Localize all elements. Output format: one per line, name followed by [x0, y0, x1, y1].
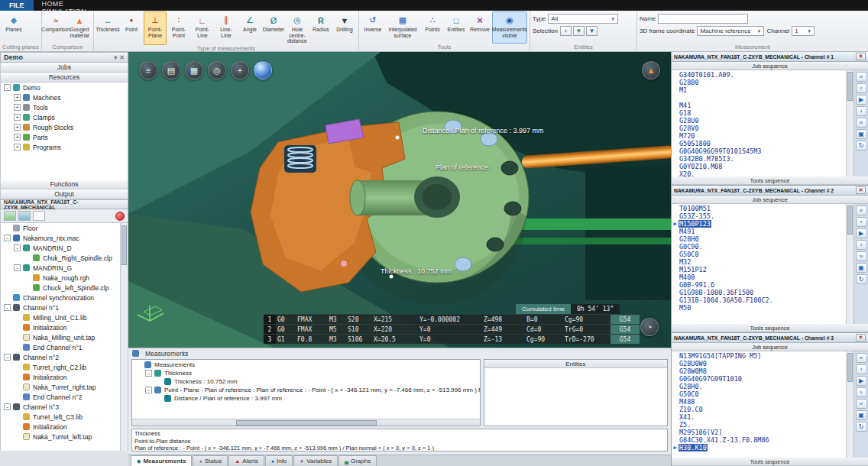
tab-measurements[interactable]: ◆ Measurements — [131, 455, 192, 466]
drilling-button[interactable]: Drilling — [333, 11, 356, 45]
tools-sequence-bar[interactable]: Tools sequence — [672, 176, 868, 185]
viewport-3d-ball-icon[interactable] — [254, 61, 272, 79]
gcode-line[interactable]: X20. — [672, 170, 846, 176]
machine-tree-scrollbar[interactable] — [120, 223, 128, 451]
tools-sequence-bar[interactable]: Tools sequence — [672, 458, 868, 466]
gcode-line[interactable]: G28W0M8 — [672, 367, 846, 375]
fast-forward-button[interactable]: » — [856, 251, 867, 261]
expander-icon[interactable]: + — [14, 134, 21, 141]
gcode-scrollbar[interactable] — [846, 351, 853, 458]
goto-line-button[interactable]: ▣ — [856, 129, 867, 139]
tree-item[interactable]: Initialization — [1, 322, 128, 332]
gcode-line[interactable]: M151P12 — [672, 266, 846, 273]
expander-icon[interactable]: - — [145, 370, 152, 377]
gcode-line[interactable]: M1 — [672, 86, 846, 94]
measurement-item[interactable]: Measurements — [132, 361, 480, 369]
planes-button[interactable]: Planes — [2, 11, 25, 44]
points-button[interactable]: Points — [421, 11, 444, 44]
close-icon[interactable]: ✕ — [856, 186, 866, 194]
gcode-line[interactable]: G131B-1004.36A50.F100C2. — [672, 296, 846, 304]
gcode-line[interactable]: G0Y0Z10.M08 — [672, 163, 846, 170]
gcode-line[interactable]: G28H0 — [672, 235, 846, 243]
tree-item[interactable]: Turret_left_C3.lib — [1, 412, 128, 422]
gcode-line[interactable]: X41. — [672, 413, 846, 421]
filter-entities-button[interactable]: ▼ — [573, 26, 585, 36]
gcode-line[interactable]: G340T0101.A09. — [672, 71, 846, 79]
tree-item[interactable]: Milling_Unit_C1.lib — [1, 312, 128, 322]
expander-icon[interactable]: + — [14, 144, 21, 150]
tree-item-programs[interactable]: + Programs — [1, 142, 128, 152]
gcode-line[interactable]: G1G98B-1000.36F1500 — [672, 289, 846, 296]
gcode-line[interactable]: G18 — [672, 109, 846, 117]
reset-button[interactable]: ↻ — [856, 274, 867, 284]
viewport-assistant-icon[interactable]: ◔ — [640, 318, 659, 336]
gcode-line[interactable]: G0G40G97G99T1010 — [672, 375, 846, 383]
entities-button[interactable]: Entities — [445, 11, 468, 44]
tree-item[interactable]: Floor — [1, 223, 128, 233]
tree-item[interactable]: Naka_Turret_right.tap — [1, 382, 128, 392]
comparison-button[interactable]: Comparison — [44, 11, 67, 44]
tree-item[interactable]: - MANDRIN_G — [1, 263, 128, 273]
part-display-icon[interactable] — [4, 211, 16, 221]
rewind-button[interactable]: « — [856, 353, 867, 363]
step-back-button[interactable]: ‹ — [856, 217, 867, 227]
gcode-line[interactable]: G50C0 — [672, 251, 846, 258]
resources-section-bar[interactable]: Resources — [0, 73, 128, 83]
diameter-button[interactable]: Diameter — [262, 11, 285, 45]
gcode-line[interactable]: G342B0.M785I3. — [672, 155, 846, 163]
hole-centre-distance-button[interactable]: Hole centre-distance — [286, 11, 309, 45]
fast-forward-button[interactable]: » — [856, 118, 867, 128]
tree-item[interactable]: Initialization — [1, 422, 128, 432]
expander-icon[interactable]: - — [4, 235, 11, 241]
pin-icon[interactable]: ▾ — [114, 54, 117, 61]
step-back-button[interactable]: ‹ — [856, 83, 867, 93]
tree-item[interactable]: - Nakamura_ntx.mac — [1, 233, 128, 243]
tree-item[interactable]: Naka_Turret_left.tap — [1, 432, 128, 442]
remove-button[interactable]: Remove — [468, 11, 491, 44]
tree-item-clamps[interactable]: + Clamps — [1, 112, 128, 122]
line-line-button[interactable]: Line-Line — [215, 11, 238, 45]
expander-icon[interactable]: - — [14, 264, 21, 271]
gcode-line[interactable]: G0C90. — [672, 243, 846, 251]
gcode-line[interactable]: M150P123 — [672, 220, 846, 228]
viewport-measure-icon[interactable]: + — [231, 61, 249, 79]
gcode-line[interactable]: M720 — [672, 132, 846, 140]
gcode-line[interactable]: T0100M51 — [672, 205, 846, 212]
viewport-menu-icon[interactable]: ≡ — [139, 61, 157, 79]
gcode-line[interactable] — [672, 94, 846, 102]
gcode-line[interactable]: M41 — [672, 102, 846, 109]
gcode-line[interactable]: G28V0 — [672, 125, 846, 132]
expander-icon[interactable]: - — [4, 304, 11, 311]
radius-button[interactable]: Radius — [309, 11, 332, 45]
point-point-button[interactable]: Point-Point — [167, 11, 190, 45]
close-icon[interactable]: ✕ — [856, 334, 866, 341]
expander-icon[interactable]: + — [14, 124, 21, 131]
goto-line-button[interactable]: ▣ — [856, 410, 867, 420]
gcode-line[interactable]: Z5. — [672, 421, 846, 429]
tree-item-tools[interactable]: + Tools — [1, 102, 128, 112]
reset-button[interactable]: ↻ — [856, 422, 867, 432]
gcode-line[interactable]: H30.K10 — [672, 444, 846, 451]
measurement-item[interactable]: Distance / Plan of reference : 3.997 mm — [132, 394, 480, 403]
tree-item-demo[interactable]: - Demo — [1, 83, 128, 92]
angle-button[interactable]: Angle — [238, 11, 261, 45]
gcode-line[interactable]: Z10.C0 — [672, 406, 846, 413]
gcode-line[interactable]: G84C30.X41.Z-13.F0.8M86 — [672, 436, 846, 444]
gcode-line[interactable]: M491 — [672, 228, 846, 235]
close-icon[interactable]: ✕ — [856, 53, 866, 60]
measurement-name-input[interactable] — [658, 14, 748, 24]
add-selection-button[interactable]: + — [560, 26, 572, 36]
tree-item[interactable]: Naka_rough.rgh — [1, 273, 128, 283]
gouged-material-button[interactable]: Gouged material — [68, 11, 91, 44]
tree-item[interactable]: Turret_right_C2.lib — [1, 362, 128, 372]
tab-graphs[interactable]: ▄ Graphs — [338, 455, 377, 466]
tree-item[interactable]: Chuk_Right_Spindle.clp — [1, 253, 128, 263]
tree-item[interactable]: - Channel n°2 — [1, 352, 128, 362]
measurement-item[interactable]: - Point - Plane - Plan of reference : Pl… — [132, 386, 480, 394]
gcode-line[interactable]: G28U0W0 — [672, 360, 846, 367]
play-button[interactable]: ▶ — [856, 376, 867, 386]
job-sequence-bar[interactable]: Job sequence — [672, 196, 868, 204]
gcode-scrollbar[interactable] — [846, 204, 853, 324]
step-back-button[interactable]: ‹ — [856, 364, 867, 374]
stock-display-icon[interactable] — [18, 211, 31, 221]
